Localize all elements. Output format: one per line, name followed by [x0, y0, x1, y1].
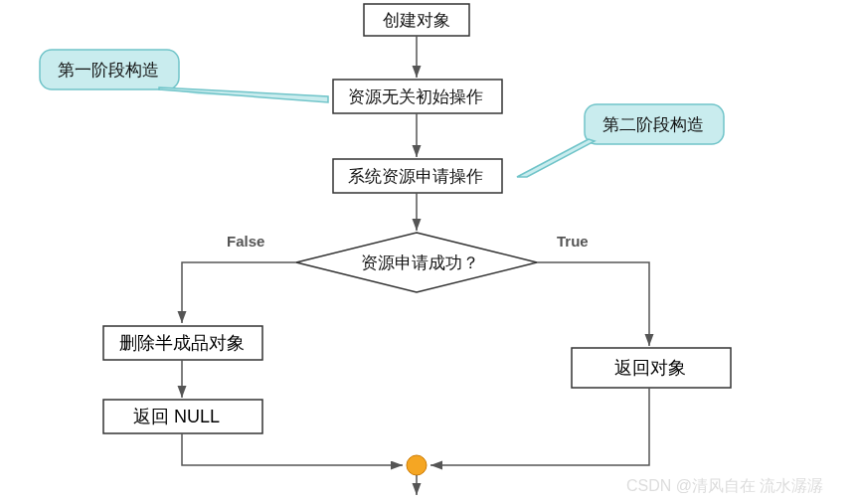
watermark-text: CSDN @清风自在 流水潺潺: [626, 477, 823, 494]
node-alloc-resource: 系统资源申请操作: [333, 159, 502, 193]
node-init-no-resource: 资源无关初始操作: [333, 80, 502, 113]
node-return-object: 返回对象: [572, 348, 731, 388]
flowchart-diagram: 第一阶段构造 第二阶段构造 创建对象 资源无关初始操作 系统资源申请操作 资源申…: [0, 0, 857, 504]
node-alloc-label: 系统资源申请操作: [348, 167, 483, 186]
node-decision-label: 资源申请成功？: [361, 253, 479, 272]
edge-label-true: True: [557, 233, 589, 250]
node-return-null: 返回 NULL: [103, 400, 262, 433]
node-create-object-label: 创建对象: [383, 11, 450, 30]
node-create-object: 创建对象: [364, 4, 469, 36]
edge-label-false: False: [227, 233, 264, 250]
node-delete-partial: 删除半成品对象: [103, 326, 262, 360]
node-decision: 资源申请成功？: [296, 233, 537, 292]
svg-marker-1: [159, 87, 328, 102]
node-return-object-label: 返回对象: [614, 358, 686, 378]
callout-phase1: 第一阶段构造: [40, 50, 328, 102]
svg-point-11: [407, 455, 427, 475]
merge-junction: [407, 455, 427, 475]
edge-obj-to-merge: [430, 388, 649, 465]
edge-null-to-merge: [182, 433, 403, 465]
node-init-label: 资源无关初始操作: [348, 87, 483, 106]
callout-phase1-label: 第一阶段构造: [58, 61, 159, 80]
callout-phase2: 第二阶段构造: [517, 104, 724, 177]
svg-marker-3: [517, 139, 595, 177]
edge-decision-true: [537, 262, 649, 346]
edge-decision-false: [182, 262, 296, 323]
callout-phase2-label: 第二阶段构造: [602, 115, 704, 134]
node-delete-partial-label: 删除半成品对象: [119, 333, 245, 353]
node-return-null-label: 返回 NULL: [133, 407, 220, 426]
